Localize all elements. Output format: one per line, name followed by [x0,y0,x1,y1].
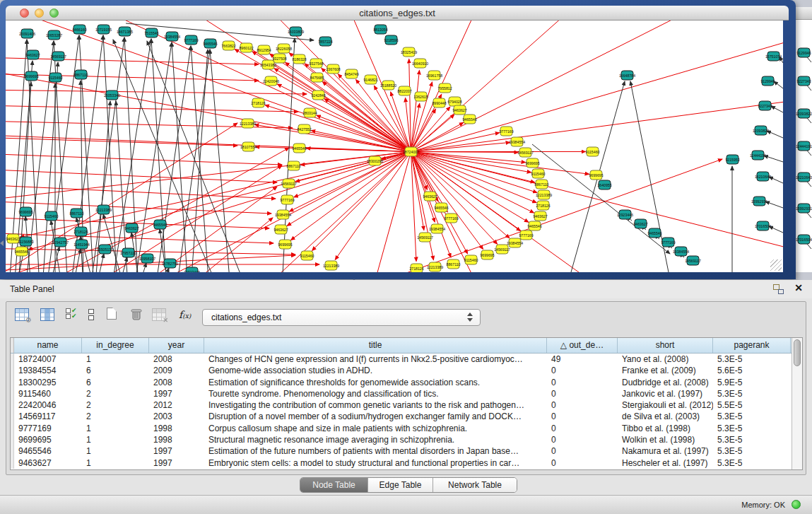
table-cell: 0 [547,445,618,457]
column-header-title[interactable]: title [204,338,547,353]
graph-node-label: 1640955 [597,183,611,187]
column-header-in_degree[interactable]: in_degree [82,338,149,353]
graph-node-label: 12444191 [796,144,812,148]
table-row[interactable]: 911546021997Tourette syndrome. Phenomeno… [11,388,791,399]
column-header-short[interactable]: short [618,338,713,353]
table-cell: 5.9E-5 [713,377,791,388]
table-row[interactable]: 1456911722003Disruption of a novel membe… [11,411,791,422]
graph-node-label: 14671385 [117,30,133,34]
graph-node-label: 2718126 [251,101,265,105]
table-cell: 5.3E-5 [713,388,791,399]
function-builder-icon[interactable]: f(x) [179,309,191,320]
graph-node-label: 18226058 [276,47,292,51]
float-panel-icon[interactable] [773,284,784,294]
graph-node-label: 7515546 [144,31,158,35]
table-row[interactable]: 946362711997Embryonic stem cells: a mode… [11,457,791,469]
column-header-pagerank[interactable]: pagerank [713,338,791,353]
network-window-titlebar[interactable]: citations_edges.txt [6,6,789,21]
table-row[interactable]: 977716911998Corpus callosum shape and si… [11,423,791,434]
table-row[interactable]: 1938455462009Genome-wide association stu… [11,365,791,376]
select-rows-checks-icon[interactable]: ✔ ✔ [66,308,77,319]
graph-node-label: 9777169 [280,198,294,202]
table-cell: 9465546 [14,445,82,457]
table-cell: 1998 [149,423,204,434]
table-selector-dropdown[interactable]: citations_edges.txt [202,309,481,326]
new-table-icon[interactable] [107,308,117,320]
network-canvas[interactable]: 7663822896012289129541822605893275081654… [6,21,783,272]
graph-node-label: 6466160 [72,28,86,32]
background-network-window[interactable]: 9129946922734312093822124441911621064315… [796,7,812,272]
graph-node-label: 8186328 [292,57,306,62]
graph-node-label: 9215953 [725,158,739,162]
table-cell: Structural magnetic resonance image aver… [204,434,547,445]
table-cell: Yano et al. (2008) [618,354,713,365]
table-selector-value: citations_edges.txt [211,313,281,322]
column-header-name[interactable]: name [14,338,82,353]
graph-node-label: 9327548 [309,62,323,66]
table-cell: 2 [82,388,149,399]
graph-node-label: 8990448 [432,101,446,105]
table-cell: 6 [82,377,149,388]
graph-node-label: 16782759 [162,262,178,266]
table-row[interactable]: 969969511998Structural magnetic resonanc… [11,434,791,445]
scrollbar-thumb[interactable] [794,339,801,366]
graph-node-label: 2367608 [326,67,340,71]
select-columns-icon[interactable] [40,308,54,321]
table-cell: 1 [82,434,149,445]
graph-node-label: 17957223 [120,251,136,255]
graph-node-label: 9463627 [452,108,466,112]
table-cell: 5.3E-5 [713,457,791,469]
tab-edge-table[interactable]: Edge Table [368,478,433,492]
graph-node-label: 9777169 [444,216,458,221]
vertical-scrollbar[interactable] [792,338,802,469]
graph-node-label: 15992931 [751,199,767,204]
graph-node-label: 12213389 [240,122,256,126]
table-panel-title: Table Panel [10,284,54,294]
graph-node-label: 9465546 [292,146,306,151]
graph-node-label: 14569117 [417,235,433,240]
table-cell: 1997 [149,388,204,399]
tab-network-table[interactable]: Network Table [433,478,517,492]
graph-node-label: 7955812 [437,86,452,90]
table-cell: Dudbridge et al. (2008) [618,377,713,388]
split-rows-icon[interactable] [88,309,94,322]
citation-graph[interactable]: 7663822896012289129541822605893275081654… [6,21,783,272]
table-body[interactable]: 1872400712008Changes of HCN gene express… [11,354,791,469]
graph-node-label: 15751074 [765,54,782,59]
graph-node-label: 10719155 [95,28,112,32]
window-resize-grip[interactable] [770,259,782,271]
graph-node-label: 9327508 [272,57,286,61]
graph-node-label: 14569117 [50,54,66,59]
table-row[interactable]: 2242004622012Investigating the contribut… [11,399,791,411]
table-cell: 1997 [149,457,204,469]
delete-table-trash-icon[interactable] [129,307,143,324]
table-settings-icon[interactable]: ⚙ [15,308,29,321]
graph-node-label: 9115460 [586,150,600,154]
table-cell: 5.3E-5 [713,434,791,445]
table-row[interactable]: 1830029562008Estimation of significance … [11,377,791,388]
tab-node-table[interactable]: Node Table [300,478,368,492]
column-header-year[interactable]: year [149,338,204,353]
table-row[interactable]: 1872400712008Changes of HCN gene express… [11,354,791,365]
background-window-titlebar [796,7,812,20]
table-cell: 1 [82,354,149,365]
column-header-out_de[interactable]: △ out_de… [547,338,618,353]
collapse-left-panel-arrow-icon[interactable] [0,240,4,246]
graph-node-label: 9465546 [647,231,661,235]
graph-node-label: 12444191 [750,153,766,158]
node-table: namein_degreeyeartitle△ out_de…shortpage… [10,337,803,470]
graph-node-label: 14569117 [494,247,510,252]
graph-node-label: 10958107 [139,257,155,261]
close-panel-icon[interactable]: ✕ [794,282,803,293]
graph-node-label: 16543382 [260,63,276,67]
graph-node-label: 16210643 [755,175,771,179]
table-cell: 49 [547,354,618,365]
table-cell: 2008 [149,354,204,365]
table-row[interactable]: 946554611997Estimation of the future num… [11,445,791,457]
table-cell: Hescheler et al. (1997) [618,457,713,469]
table-cell: 2003 [149,411,204,422]
table-mode-tabs: Node TableEdge TableNetwork Table [300,477,517,493]
graph-node-label: 15188520 [380,83,396,88]
table-cell: 9115460 [14,388,82,399]
graph-node-label: 12213389 [427,265,443,269]
